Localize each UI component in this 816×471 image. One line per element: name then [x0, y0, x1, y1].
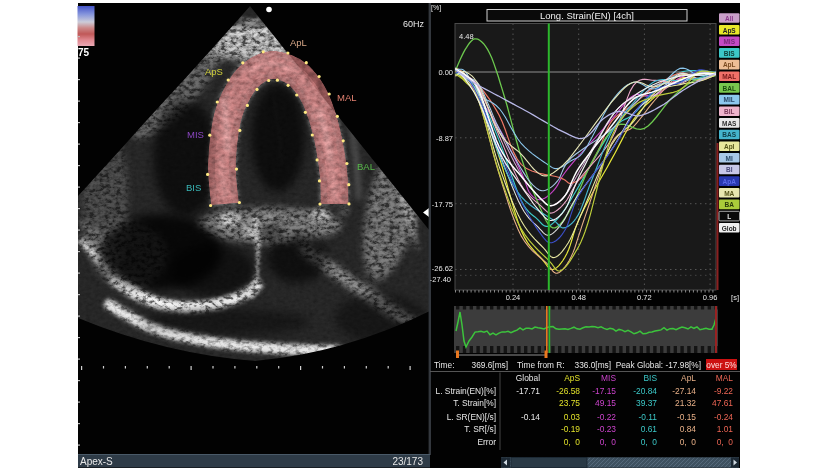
svg-text:ApL: ApL: [723, 61, 736, 69]
svg-text:ApL: ApL: [681, 373, 696, 383]
svg-text:BIS: BIS: [724, 50, 736, 57]
svg-text:0.61: 0.61: [641, 424, 658, 434]
svg-text:MAL: MAL: [337, 92, 357, 103]
svg-text:BIS: BIS: [644, 373, 658, 383]
svg-text:Peak Global: -17.98[%]: Peak Global: -17.98[%]: [616, 360, 701, 370]
svg-text:L. SR(EN)[/s]: L. SR(EN)[/s]: [447, 412, 496, 422]
svg-text:21.32: 21.32: [675, 398, 696, 408]
svg-text:369.6[ms]: 369.6[ms]: [472, 360, 508, 370]
svg-text:39.37: 39.37: [636, 398, 657, 408]
svg-text:T. SR[/s]: T. SR[/s]: [464, 424, 496, 434]
svg-text:All: All: [725, 15, 734, 22]
svg-text:ApS: ApS: [205, 66, 223, 77]
svg-text:MIS: MIS: [187, 129, 204, 140]
svg-text:-17.75: -17.75: [432, 200, 453, 209]
svg-text:23.75: 23.75: [559, 398, 580, 408]
svg-text:-0.14: -0.14: [521, 412, 540, 422]
svg-text:47.61: 47.61: [712, 398, 733, 408]
svg-text:0.84: 0.84: [680, 424, 697, 434]
svg-text:MA: MA: [724, 190, 734, 197]
svg-text:0.24: 0.24: [506, 293, 521, 302]
svg-text:over 5%: over 5%: [706, 360, 737, 370]
svg-text:0.72: 0.72: [637, 293, 652, 302]
svg-text:-26.58: -26.58: [556, 386, 580, 396]
svg-text:MIS: MIS: [723, 38, 735, 45]
svg-text:BAL: BAL: [723, 85, 736, 92]
svg-text:0, 0: 0, 0: [564, 437, 581, 447]
svg-text:Apex-S: Apex-S: [80, 456, 113, 467]
svg-text:336.0[ms]: 336.0[ms]: [575, 360, 611, 370]
svg-text:0.03: 0.03: [564, 412, 581, 422]
svg-text:T. Strain[%]: T. Strain[%]: [453, 398, 496, 408]
svg-text:0.96: 0.96: [703, 293, 718, 302]
svg-text:BI: BI: [726, 166, 733, 173]
svg-text:ApS: ApS: [564, 373, 580, 383]
svg-text:-0.24: -0.24: [714, 412, 733, 422]
svg-text:0, 0: 0, 0: [680, 437, 697, 447]
svg-text:-0.23: -0.23: [597, 424, 616, 434]
svg-text:[s]: [s]: [731, 293, 739, 302]
svg-text:BA: BA: [725, 201, 735, 208]
svg-text:MI: MI: [726, 155, 733, 162]
svg-text:BIS: BIS: [186, 182, 201, 193]
svg-text:0, 0: 0, 0: [717, 437, 734, 447]
svg-text:[%]: [%]: [431, 4, 441, 12]
svg-text:Global: Global: [516, 373, 540, 383]
svg-text:ApI: ApI: [724, 143, 735, 151]
svg-text:-8.87: -8.87: [436, 134, 453, 143]
svg-text:ApL: ApL: [290, 37, 307, 48]
svg-text:BIL: BIL: [724, 108, 735, 115]
svg-text:Glob: Glob: [722, 225, 737, 232]
svg-text:Error: Error: [477, 437, 496, 447]
svg-text:ApS: ApS: [723, 27, 737, 35]
svg-text:-0.11: -0.11: [639, 412, 658, 422]
svg-text:MAL: MAL: [722, 73, 736, 80]
svg-text:Time from R:: Time from R:: [517, 360, 565, 370]
svg-text:-27.14: -27.14: [672, 386, 696, 396]
svg-text:0, 0: 0, 0: [600, 437, 617, 447]
svg-text:75: 75: [78, 47, 90, 58]
svg-text:1.01: 1.01: [717, 424, 734, 434]
svg-text:Long. Strain(EN) [4ch]: Long. Strain(EN) [4ch]: [540, 10, 634, 21]
svg-text:-0.19: -0.19: [561, 424, 580, 434]
svg-text:-0.22: -0.22: [597, 412, 616, 422]
svg-text:49.15: 49.15: [595, 398, 616, 408]
svg-text:60Hz: 60Hz: [403, 19, 425, 29]
svg-text:BAS: BAS: [722, 131, 736, 138]
svg-text:Time:: Time:: [434, 360, 454, 370]
svg-text:23/173: 23/173: [392, 456, 423, 467]
svg-text:MIL: MIL: [724, 96, 735, 103]
svg-text:-27.40: -27.40: [430, 275, 451, 284]
svg-text:ApA: ApA: [723, 178, 737, 186]
svg-text:-17.71: -17.71: [516, 386, 540, 396]
svg-text:0.48: 0.48: [571, 293, 586, 302]
svg-text:0.00: 0.00: [438, 68, 453, 77]
svg-text:-20.84: -20.84: [633, 386, 657, 396]
svg-text:MIS: MIS: [601, 373, 616, 383]
svg-text:-0.15: -0.15: [677, 412, 696, 422]
svg-text:L. Strain(EN)[%]: L. Strain(EN)[%]: [435, 386, 496, 396]
svg-text:4.48: 4.48: [459, 32, 474, 41]
svg-text:0, 0: 0, 0: [641, 437, 658, 447]
svg-text:-9.22: -9.22: [714, 386, 733, 396]
svg-text:-17.15: -17.15: [592, 386, 616, 396]
svg-text:L: L: [727, 213, 731, 220]
svg-text:-26.62: -26.62: [432, 264, 453, 273]
svg-text:MAL: MAL: [716, 373, 734, 383]
svg-text:BAL: BAL: [357, 161, 375, 172]
svg-text:MAS: MAS: [722, 120, 737, 127]
